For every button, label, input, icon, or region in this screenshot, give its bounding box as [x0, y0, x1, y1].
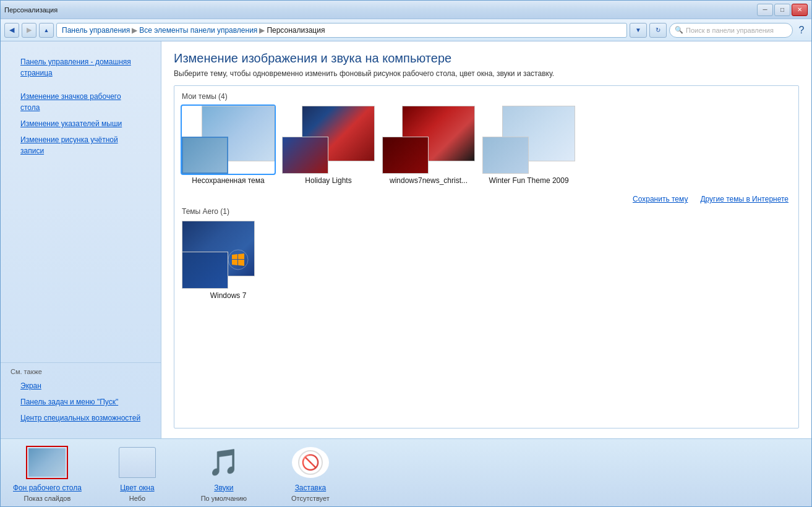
thumb-small-holiday: [282, 137, 328, 174]
window-title: Персонализация: [4, 6, 757, 14]
see-also-title: См. также: [11, 368, 151, 375]
sounds-item[interactable]: 🎵 Звуки По умолчанию: [193, 444, 255, 502]
screensaver-icon-glyph: 🚫: [301, 454, 320, 471]
window-color-icon: [116, 444, 159, 481]
theme-thumbnail-unsaved: [182, 106, 275, 174]
breadcrumb-item-2[interactable]: Все элементы панели управления: [139, 26, 257, 35]
window-color-label[interactable]: Цвет окна: [120, 484, 154, 492]
aero-themes-title: Темы Aero (1): [182, 207, 791, 216]
theme-thumbnail-win7: [182, 221, 275, 289]
sounds-icon: 🎵: [202, 444, 246, 481]
themes-inner: Мои темы (4) Несохраненная тема: [174, 86, 798, 312]
main-layout: Панель управления - домашняя страница Из…: [1, 41, 811, 438]
desktop-bg-preview: [28, 448, 66, 477]
minimize-button[interactable]: ─: [757, 4, 773, 16]
sounds-sublabel: По умолчанию: [201, 495, 247, 502]
desktop-bg-sublabel: Показ слайдов: [24, 495, 71, 502]
address-dropdown-button[interactable]: ▼: [630, 23, 647, 38]
breadcrumb-item-3[interactable]: Персонализация: [267, 26, 325, 35]
forward-button[interactable]: ▶: [22, 23, 36, 38]
refresh-button[interactable]: ↻: [649, 23, 667, 38]
sidebar-item-home[interactable]: Панель управления - домашняя страница: [11, 54, 151, 81]
themes-actions: Сохранить тему Другие темы в Интернете: [182, 191, 791, 207]
content-area: Изменение изображения и звука на компьют…: [161, 41, 811, 438]
desktop-bg-label[interactable]: Фон рабочего стола: [13, 484, 82, 492]
main-window: Персонализация ─ □ ✕ ◀ ▶ ▲ Панель управл…: [0, 0, 812, 507]
desktop-bg-item[interactable]: Фон рабочего стола Показ слайдов: [13, 444, 82, 502]
window-color-item[interactable]: Цвет окна Небо: [106, 444, 168, 502]
desktop-bg-icon: [25, 444, 69, 481]
sidebar: Панель управления - домашняя страница Из…: [1, 41, 161, 438]
my-themes-title: Мои темы (4): [182, 92, 791, 101]
sidebar-main-section: Панель управления - домашняя страница Из…: [1, 49, 161, 161]
more-themes-link[interactable]: Другие темы в Интернете: [700, 195, 788, 203]
sidebar-item-screen[interactable]: Экран: [11, 378, 151, 394]
theme-item-unsaved[interactable]: Несохраненная тема: [182, 106, 275, 185]
close-button[interactable]: ✕: [792, 4, 808, 16]
title-bar-controls: ─ □ ✕: [757, 4, 808, 16]
theme-label-winter: Winter Fun Theme 2009: [489, 176, 568, 185]
screensaver-sublabel: Отсутствует: [291, 495, 330, 502]
win-logo-in-thumb: [227, 249, 249, 271]
thumb-small-win7: [182, 252, 228, 289]
thumb-small-christmas: [382, 137, 429, 174]
up-button[interactable]: ▲: [39, 23, 54, 38]
back-button[interactable]: ◀: [4, 23, 19, 38]
sidebar-item-mouse[interactable]: Изменение указателей мыши: [11, 116, 151, 132]
theme-item-winter[interactable]: Winter Fun Theme 2009: [482, 106, 575, 185]
help-button[interactable]: ?: [795, 24, 808, 36]
theme-label-holiday: Holiday Lights: [305, 176, 351, 185]
screensaver-label[interactable]: Заставка: [295, 484, 327, 492]
search-icon: 🔍: [675, 26, 683, 34]
aero-themes-grid: Windows 7: [182, 221, 791, 300]
theme-item-christmas[interactable]: windows7news_christ...: [382, 106, 475, 185]
page-subtitle: Выберите тему, чтобы одновременно измени…: [174, 69, 799, 78]
thumb-small-winter: [482, 137, 529, 174]
title-bar: Персонализация ─ □ ✕: [1, 1, 811, 19]
my-themes-grid: Несохраненная тема Holiday Lights: [182, 106, 791, 185]
save-theme-link[interactable]: Сохранить тему: [633, 195, 688, 203]
search-box[interactable]: 🔍 Поиск в панели управления: [669, 23, 793, 38]
theme-thumbnail-christmas: [382, 106, 475, 174]
theme-item-holiday[interactable]: Holiday Lights: [282, 106, 375, 185]
sidebar-item-account[interactable]: Изменение рисунка учётной записи: [11, 132, 151, 159]
bottom-bar: Фон рабочего стола Показ слайдов Цвет ок…: [1, 438, 811, 506]
breadcrumb: Панель управления ▶ Все элементы панели …: [56, 23, 627, 38]
theme-label-christmas: windows7news_christ...: [390, 176, 468, 185]
screensaver-item[interactable]: 🚫 Заставка Отсутствует: [280, 444, 341, 502]
thumb-small-unsaved: [182, 137, 228, 174]
theme-label-unsaved: Несохраненная тема: [192, 176, 264, 185]
screensaver-icon: 🚫: [289, 444, 332, 481]
theme-thumbnail-holiday: [282, 106, 375, 174]
sidebar-item-taskbar[interactable]: Панель задач и меню "Пуск": [11, 394, 151, 410]
sidebar-item-accessibility[interactable]: Центр специальных возможностей: [11, 410, 151, 426]
sounds-label[interactable]: Звуки: [214, 484, 233, 492]
themes-scroll-container[interactable]: Мои темы (4) Несохраненная тема: [174, 85, 799, 428]
maximize-button[interactable]: □: [774, 4, 790, 16]
see-also-section: См. также Экран Панель задач и меню "Пус…: [1, 362, 161, 431]
sidebar-item-icons[interactable]: Изменение значков рабочего стола: [11, 88, 151, 116]
theme-item-win7[interactable]: Windows 7: [182, 221, 275, 300]
theme-thumbnail-winter: [482, 106, 575, 174]
theme-label-win7: Windows 7: [210, 291, 247, 300]
search-placeholder: Поиск в панели управления: [686, 27, 774, 34]
breadcrumb-item-1[interactable]: Панель управления: [62, 26, 130, 35]
window-color-sublabel: Небо: [129, 495, 145, 502]
page-title: Изменение изображения и звука на компьют…: [174, 51, 799, 66]
address-bar: ◀ ▶ ▲ Панель управления ▶ Все элементы п…: [1, 19, 811, 41]
